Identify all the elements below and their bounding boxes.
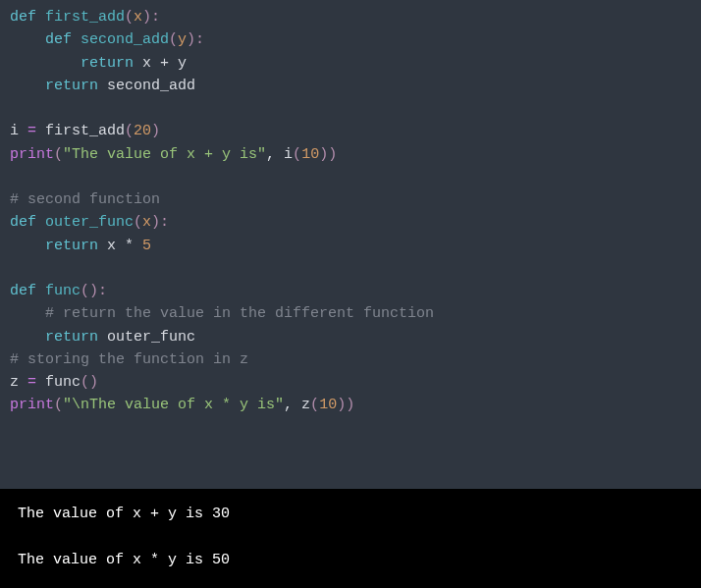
paren: ( — [54, 397, 63, 413]
paren: ) — [151, 123, 160, 139]
keyword-return: return — [45, 329, 98, 346]
ident-z: z — [301, 397, 310, 413]
ident-outer-func: outer_func — [107, 329, 195, 346]
paren: ) — [337, 397, 346, 413]
ident-i: i — [10, 123, 19, 139]
paren: ( — [54, 146, 63, 163]
call-func: func — [45, 374, 81, 391]
ident-second-add: second_add — [107, 78, 195, 94]
comment: # return the value in the different func… — [45, 305, 434, 322]
param-x: x — [142, 214, 151, 231]
keyword-def: def — [10, 9, 36, 26]
keyword-return: return — [81, 55, 134, 72]
call-first-add: first_add — [45, 123, 125, 139]
paren: ( — [125, 9, 134, 26]
num-10: 10 — [301, 146, 319, 163]
ident-x: x — [142, 55, 151, 72]
terminal-output: The value of x + y is 30 The value of x … — [0, 489, 701, 588]
func-name-func: func — [45, 283, 81, 299]
code-editor: def first_add(x): def second_add(y): ret… — [0, 0, 701, 489]
builtin-print: print — [10, 146, 54, 163]
ident-i: i — [284, 146, 293, 163]
paren: ( — [81, 283, 89, 299]
paren: ( — [293, 146, 301, 163]
paren: ( — [81, 374, 89, 391]
keyword-return: return — [45, 238, 98, 254]
paren: ) — [319, 146, 328, 163]
paren: ) — [328, 146, 337, 163]
paren: ( — [310, 397, 319, 413]
comma: , — [266, 146, 284, 163]
func-name-outer-func: outer_func — [45, 214, 134, 231]
func-name-first-add: first_add — [45, 9, 125, 26]
ident-y: y — [178, 55, 187, 72]
op-plus: + — [151, 55, 178, 72]
string-literal: "\nThe value of x * y is" — [63, 397, 284, 413]
comment: # second function — [10, 191, 160, 208]
output-line-1: The value of x + y is 30 — [18, 506, 230, 522]
keyword-def: def — [10, 283, 36, 299]
comment: # storing the function in z — [10, 351, 248, 368]
ident-x: x — [107, 238, 116, 254]
num-10: 10 — [319, 397, 337, 413]
comma: , — [284, 397, 301, 413]
paren: ) — [89, 374, 98, 391]
paren: ( — [169, 31, 178, 48]
keyword-def: def — [10, 214, 36, 231]
keyword-return: return — [45, 78, 98, 94]
func-name-second-add: second_add — [81, 31, 169, 48]
paren: ( — [125, 123, 134, 139]
paren-colon: ): — [89, 283, 107, 299]
op-assign: = — [19, 374, 45, 391]
paren-colon: ): — [187, 31, 204, 48]
paren-colon: ): — [151, 214, 169, 231]
builtin-print: print — [10, 397, 54, 413]
num-20: 20 — [134, 123, 151, 139]
param-x: x — [134, 9, 142, 26]
ident-z: z — [10, 374, 19, 391]
op-star: * — [116, 238, 142, 254]
paren-colon: ): — [142, 9, 160, 26]
string-literal: "The value of x + y is" — [63, 146, 266, 163]
op-assign: = — [19, 123, 45, 139]
output-line-2: The value of x * y is 50 — [18, 552, 230, 568]
paren: ) — [346, 397, 354, 413]
paren: ( — [134, 214, 142, 231]
keyword-def: def — [45, 31, 72, 48]
param-y: y — [178, 31, 187, 48]
num-5: 5 — [142, 238, 151, 254]
